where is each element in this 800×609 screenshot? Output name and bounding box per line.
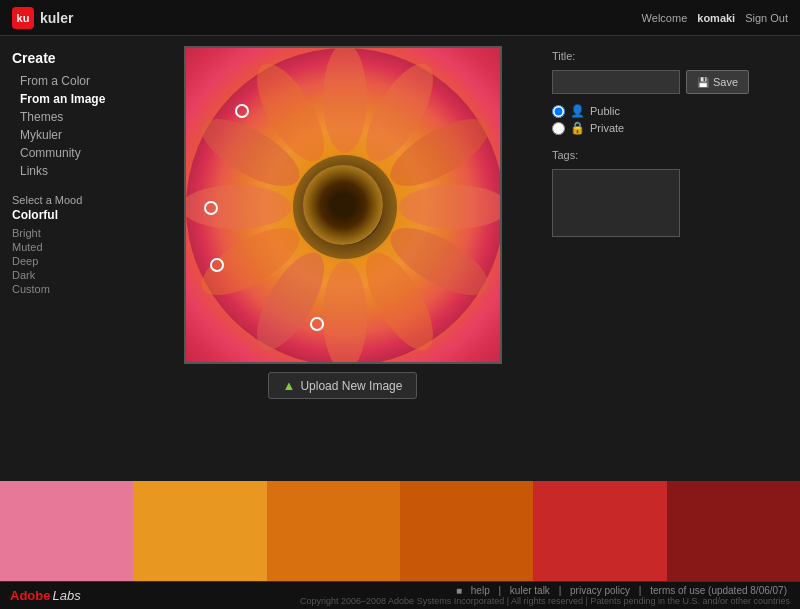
select-mood-label: Select a Mood (12, 194, 133, 206)
public-label: Public (590, 105, 620, 117)
sidebar-item-themes[interactable]: Themes (12, 108, 133, 126)
svg-point-24 (331, 231, 336, 236)
swatch-2[interactable] (133, 481, 266, 581)
help-link[interactable]: help (471, 585, 490, 596)
swatch-3[interactable] (267, 481, 400, 581)
sidebar-item-from-color[interactable]: From a Color (12, 72, 133, 90)
swatch-5[interactable] (533, 481, 666, 581)
public-radio[interactable] (552, 105, 565, 118)
picker-dot-2[interactable] (204, 201, 218, 215)
swatch-6[interactable] (667, 481, 800, 581)
footer-links: ■ help | kuler talk | privacy policy | t… (300, 585, 790, 596)
svg-point-15 (342, 175, 348, 181)
swatch-1[interactable] (0, 481, 133, 581)
svg-point-22 (342, 233, 348, 239)
svg-point-1 (323, 48, 367, 153)
footer-logo: Adobe Labs (10, 588, 81, 603)
picker-dot-1[interactable] (235, 104, 249, 118)
save-button[interactable]: 💾 Save (686, 70, 749, 94)
picker-dot-4[interactable] (310, 317, 324, 331)
mood-dark[interactable]: Dark (12, 268, 133, 282)
pipe-2: | (559, 585, 562, 596)
upload-button-label: Upload New Image (300, 379, 402, 393)
sidebar-item-mykuler[interactable]: Mykuler (12, 126, 133, 144)
adobe-text: Adobe (10, 588, 50, 603)
svg-point-17 (361, 186, 366, 191)
kuler-talk-link[interactable]: kuler talk (510, 585, 550, 596)
pipe-3: | (639, 585, 642, 596)
private-radio[interactable] (552, 122, 565, 135)
header-right: Welcome komaki Sign Out (642, 12, 788, 24)
sidebar-item-links[interactable]: Links (12, 162, 133, 180)
username-text: komaki (697, 12, 735, 24)
active-mood: Colorful (12, 208, 133, 222)
upload-arrow-icon: ▲ (283, 378, 296, 393)
mood-section: Select a Mood Colorful Bright Muted Deep… (12, 194, 133, 296)
labs-text: Labs (52, 588, 80, 603)
svg-point-13 (293, 155, 397, 259)
sidebar-item-from-image[interactable]: From an Image (12, 90, 133, 108)
pipe-1: | (498, 585, 501, 596)
header: ku kuler Welcome komaki Sign Out (0, 0, 800, 36)
welcome-text: Welcome (642, 12, 688, 24)
image-canvas[interactable] (184, 46, 502, 364)
private-label: Private (590, 122, 624, 134)
sidebar-item-community[interactable]: Community (12, 144, 133, 162)
logo-area: ku kuler (12, 7, 73, 29)
svg-point-21 (364, 198, 369, 203)
save-icon: 💾 (697, 77, 709, 88)
sign-out-button[interactable]: Sign Out (745, 12, 788, 24)
kuler-logo-icon: ku (12, 7, 34, 29)
svg-point-10 (186, 185, 291, 229)
title-row: 💾 Save (552, 70, 788, 94)
title-input[interactable] (552, 70, 680, 94)
privacy-link[interactable]: privacy policy (570, 585, 630, 596)
color-swatches (0, 481, 800, 581)
copyright-text: Copyright 2006–2008 Adobe Systems Incorp… (300, 596, 790, 606)
footer-bullet: ■ (456, 585, 462, 596)
flower-image (186, 48, 500, 362)
private-icon: 🔒 (570, 121, 585, 135)
private-radio-row: 🔒 Private (552, 121, 788, 135)
svg-point-20 (320, 198, 325, 203)
visibility-area: 👤 Public 🔒 Private (552, 104, 788, 135)
save-label: Save (713, 76, 738, 88)
mood-muted[interactable]: Muted (12, 240, 133, 254)
tags-input[interactable] (552, 169, 680, 237)
picker-dot-3[interactable] (210, 258, 224, 272)
swatch-4[interactable] (400, 481, 533, 581)
footer-right: ■ help | kuler talk | privacy policy | t… (300, 585, 790, 606)
svg-point-16 (353, 179, 358, 184)
title-label: Title: (552, 50, 788, 62)
mood-deep[interactable]: Deep (12, 254, 133, 268)
mood-custom[interactable]: Custom (12, 282, 133, 296)
public-radio-row: 👤 Public (552, 104, 788, 118)
terms-link[interactable]: terms of use (updated 8/06/07) (650, 585, 787, 596)
svg-point-23 (353, 231, 358, 236)
upload-image-button[interactable]: ▲ Upload New Image (268, 372, 418, 399)
mood-bright[interactable]: Bright (12, 226, 133, 240)
footer: Adobe Labs ■ help | kuler talk | privacy… (0, 581, 800, 609)
app-name: kuler (40, 10, 73, 26)
svg-point-14 (307, 169, 383, 245)
upload-button-area: ▲ Upload New Image (268, 372, 418, 399)
create-section-title: Create (12, 50, 133, 66)
svg-point-19 (323, 186, 328, 191)
svg-point-18 (331, 179, 336, 184)
public-icon: 👤 (570, 104, 585, 118)
tags-label: Tags: (552, 149, 788, 161)
